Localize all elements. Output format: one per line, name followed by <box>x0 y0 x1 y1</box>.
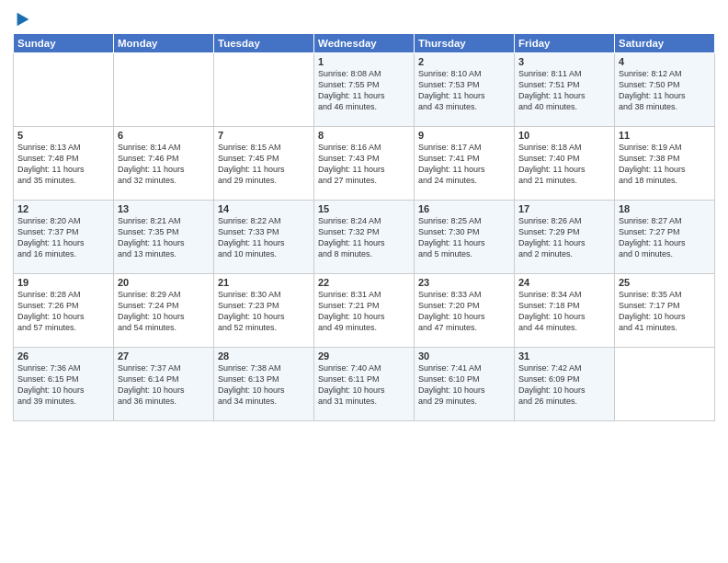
day-number: 21 <box>218 277 310 288</box>
calendar-cell: 16Sunrise: 8:25 AM Sunset: 7:30 PM Dayli… <box>415 201 515 274</box>
day-number: 10 <box>518 130 610 141</box>
day-info: Sunrise: 8:19 AM Sunset: 7:38 PM Dayligh… <box>619 142 711 187</box>
day-info: Sunrise: 8:29 AM Sunset: 7:24 PM Dayligh… <box>118 289 210 334</box>
day-number: 12 <box>17 203 109 214</box>
day-header-monday: Monday <box>114 34 214 53</box>
day-header-saturday: Saturday <box>615 34 715 53</box>
calendar-cell <box>214 53 314 127</box>
calendar-header-row: SundayMondayTuesdayWednesdayThursdayFrid… <box>14 34 715 53</box>
day-info: Sunrise: 8:17 AM Sunset: 7:41 PM Dayligh… <box>418 142 510 187</box>
day-number: 25 <box>619 277 711 288</box>
day-info: Sunrise: 8:10 AM Sunset: 7:53 PM Dayligh… <box>418 68 510 113</box>
day-number: 22 <box>318 277 410 288</box>
calendar-cell <box>14 53 114 127</box>
day-number: 18 <box>619 203 711 214</box>
svg-marker-0 <box>17 13 29 27</box>
day-info: Sunrise: 8:25 AM Sunset: 7:30 PM Dayligh… <box>418 215 510 260</box>
day-info: Sunrise: 8:34 AM Sunset: 7:18 PM Dayligh… <box>518 289 610 334</box>
calendar-cell: 31Sunrise: 7:42 AM Sunset: 6:09 PM Dayli… <box>515 348 615 421</box>
calendar-cell: 14Sunrise: 8:22 AM Sunset: 7:33 PM Dayli… <box>214 201 314 274</box>
day-info: Sunrise: 7:40 AM Sunset: 6:11 PM Dayligh… <box>318 362 410 408</box>
day-info: Sunrise: 8:35 AM Sunset: 7:17 PM Dayligh… <box>619 289 711 334</box>
day-info: Sunrise: 7:38 AM Sunset: 6:13 PM Dayligh… <box>218 362 310 408</box>
day-number: 13 <box>118 203 210 214</box>
day-info: Sunrise: 8:31 AM Sunset: 7:21 PM Dayligh… <box>318 289 410 334</box>
day-info: Sunrise: 8:33 AM Sunset: 7:20 PM Dayligh… <box>418 289 510 334</box>
calendar-cell: 6Sunrise: 8:14 AM Sunset: 7:46 PM Daylig… <box>114 127 214 201</box>
calendar-cell: 20Sunrise: 8:29 AM Sunset: 7:24 PM Dayli… <box>114 274 214 348</box>
day-info: Sunrise: 8:18 AM Sunset: 7:40 PM Dayligh… <box>518 142 610 187</box>
calendar-cell: 24Sunrise: 8:34 AM Sunset: 7:18 PM Dayli… <box>515 274 615 348</box>
logo <box>13 9 31 29</box>
day-info: Sunrise: 8:30 AM Sunset: 7:23 PM Dayligh… <box>218 289 310 334</box>
calendar-cell: 8Sunrise: 8:16 AM Sunset: 7:43 PM Daylig… <box>314 127 415 201</box>
day-info: Sunrise: 8:12 AM Sunset: 7:50 PM Dayligh… <box>619 68 711 113</box>
day-header-wednesday: Wednesday <box>314 34 415 53</box>
day-number: 9 <box>418 130 510 141</box>
calendar-week-2: 5Sunrise: 8:13 AM Sunset: 7:48 PM Daylig… <box>14 127 715 201</box>
day-header-thursday: Thursday <box>415 34 515 53</box>
day-info: Sunrise: 8:28 AM Sunset: 7:26 PM Dayligh… <box>17 289 109 334</box>
calendar: SundayMondayTuesdayWednesdayThursdayFrid… <box>13 33 715 421</box>
day-info: Sunrise: 8:27 AM Sunset: 7:27 PM Dayligh… <box>619 215 711 260</box>
day-header-friday: Friday <box>515 34 615 53</box>
day-info: Sunrise: 7:41 AM Sunset: 6:10 PM Dayligh… <box>418 362 510 408</box>
day-number: 6 <box>118 130 210 141</box>
day-number: 4 <box>619 56 711 67</box>
day-number: 2 <box>418 56 510 67</box>
calendar-cell: 5Sunrise: 8:13 AM Sunset: 7:48 PM Daylig… <box>14 127 114 201</box>
day-number: 29 <box>318 350 410 362</box>
day-info: Sunrise: 8:21 AM Sunset: 7:35 PM Dayligh… <box>118 215 210 260</box>
calendar-cell: 15Sunrise: 8:24 AM Sunset: 7:32 PM Dayli… <box>314 201 415 274</box>
day-info: Sunrise: 8:15 AM Sunset: 7:45 PM Dayligh… <box>218 142 310 187</box>
calendar-cell: 28Sunrise: 7:38 AM Sunset: 6:13 PM Dayli… <box>214 348 314 421</box>
day-number: 15 <box>318 203 410 214</box>
day-info: Sunrise: 8:11 AM Sunset: 7:51 PM Dayligh… <box>518 68 610 113</box>
calendar-cell: 1Sunrise: 8:08 AM Sunset: 7:55 PM Daylig… <box>314 53 415 127</box>
calendar-cell: 21Sunrise: 8:30 AM Sunset: 7:23 PM Dayli… <box>214 274 314 348</box>
calendar-cell: 9Sunrise: 8:17 AM Sunset: 7:41 PM Daylig… <box>415 127 515 201</box>
calendar-cell: 12Sunrise: 8:20 AM Sunset: 7:37 PM Dayli… <box>14 201 114 274</box>
day-number: 19 <box>17 277 109 288</box>
day-info: Sunrise: 8:26 AM Sunset: 7:29 PM Dayligh… <box>518 215 610 260</box>
calendar-week-4: 19Sunrise: 8:28 AM Sunset: 7:26 PM Dayli… <box>14 274 715 348</box>
day-info: Sunrise: 8:08 AM Sunset: 7:55 PM Dayligh… <box>318 68 410 113</box>
day-info: Sunrise: 8:13 AM Sunset: 7:48 PM Dayligh… <box>17 142 109 187</box>
day-number: 8 <box>318 130 410 141</box>
calendar-cell: 27Sunrise: 7:37 AM Sunset: 6:14 PM Dayli… <box>114 348 214 421</box>
page: SundayMondayTuesdayWednesdayThursdayFrid… <box>0 0 728 563</box>
calendar-cell: 11Sunrise: 8:19 AM Sunset: 7:38 PM Dayli… <box>615 127 715 201</box>
calendar-cell: 3Sunrise: 8:11 AM Sunset: 7:51 PM Daylig… <box>515 53 615 127</box>
day-number: 11 <box>619 130 711 141</box>
day-number: 5 <box>17 130 109 141</box>
calendar-cell: 26Sunrise: 7:36 AM Sunset: 6:15 PM Dayli… <box>14 348 114 421</box>
day-info: Sunrise: 8:20 AM Sunset: 7:37 PM Dayligh… <box>17 215 109 260</box>
day-info: Sunrise: 7:37 AM Sunset: 6:14 PM Dayligh… <box>118 362 210 408</box>
day-number: 1 <box>318 56 410 67</box>
calendar-cell: 19Sunrise: 8:28 AM Sunset: 7:26 PM Dayli… <box>14 274 114 348</box>
day-number: 17 <box>518 203 610 214</box>
calendar-cell: 17Sunrise: 8:26 AM Sunset: 7:29 PM Dayli… <box>515 201 615 274</box>
day-header-sunday: Sunday <box>14 34 114 53</box>
day-info: Sunrise: 7:42 AM Sunset: 6:09 PM Dayligh… <box>518 362 610 408</box>
logo-icon <box>15 9 31 29</box>
day-number: 31 <box>518 350 610 362</box>
day-number: 7 <box>218 130 310 141</box>
day-info: Sunrise: 8:22 AM Sunset: 7:33 PM Dayligh… <box>218 215 310 260</box>
day-number: 28 <box>218 350 310 362</box>
calendar-cell: 29Sunrise: 7:40 AM Sunset: 6:11 PM Dayli… <box>314 348 415 421</box>
calendar-cell: 7Sunrise: 8:15 AM Sunset: 7:45 PM Daylig… <box>214 127 314 201</box>
day-info: Sunrise: 8:24 AM Sunset: 7:32 PM Dayligh… <box>318 215 410 260</box>
day-number: 24 <box>518 277 610 288</box>
calendar-week-1: 1Sunrise: 8:08 AM Sunset: 7:55 PM Daylig… <box>14 53 715 127</box>
calendar-week-5: 26Sunrise: 7:36 AM Sunset: 6:15 PM Dayli… <box>14 348 715 421</box>
calendar-cell: 25Sunrise: 8:35 AM Sunset: 7:17 PM Dayli… <box>615 274 715 348</box>
day-number: 16 <box>418 203 510 214</box>
calendar-week-3: 12Sunrise: 8:20 AM Sunset: 7:37 PM Dayli… <box>14 201 715 274</box>
day-number: 30 <box>418 350 510 362</box>
calendar-cell: 2Sunrise: 8:10 AM Sunset: 7:53 PM Daylig… <box>415 53 515 127</box>
header <box>13 9 715 29</box>
day-info: Sunrise: 7:36 AM Sunset: 6:15 PM Dayligh… <box>17 362 109 408</box>
calendar-cell: 4Sunrise: 8:12 AM Sunset: 7:50 PM Daylig… <box>615 53 715 127</box>
day-header-tuesday: Tuesday <box>214 34 314 53</box>
